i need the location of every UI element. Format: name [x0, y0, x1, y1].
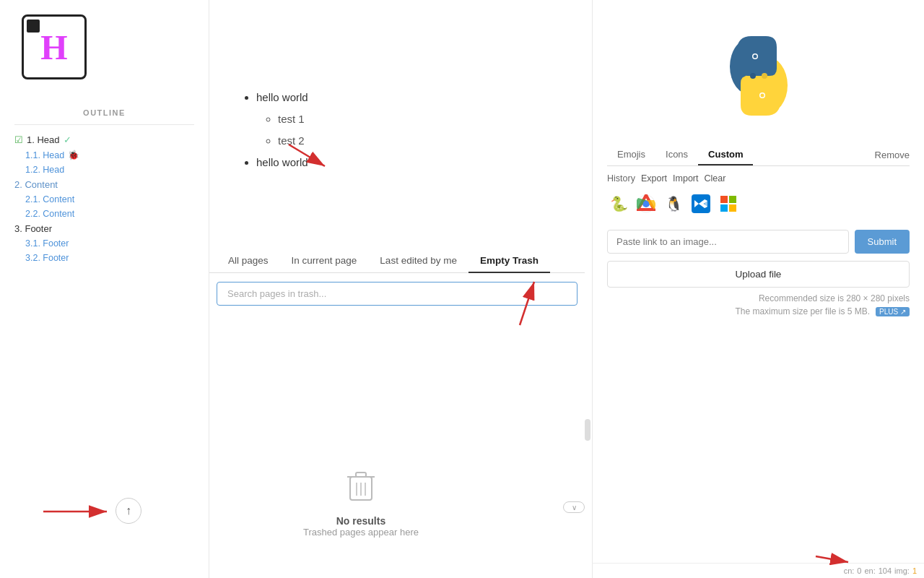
windows-icon[interactable] — [717, 192, 740, 215]
page-tabs-area: All pages In current page Last edited by… — [209, 249, 585, 314]
sidebar-item-label: 3.1. Footer — [25, 238, 69, 249]
sidebar-item-3-2-footer[interactable]: 3.2. Footer — [0, 251, 209, 265]
svg-point-13 — [762, 73, 767, 79]
bottom-bar: cn: 0 en: 104 img: 1 — [592, 563, 924, 578]
sidebar-item-3-footer[interactable]: 3. Footer — [0, 221, 209, 236]
image-link-input[interactable] — [607, 230, 849, 254]
sidebar-item-2-1-content[interactable]: 2.1. Content — [0, 192, 209, 207]
tab-icons[interactable]: Icons — [655, 144, 698, 165]
svg-point-12 — [750, 73, 756, 79]
svg-point-16 — [643, 201, 649, 207]
list-item-text: hello world — [256, 91, 308, 103]
max-size-row: The maximum size per file is 5 MB. PLUS … — [607, 306, 910, 316]
sidebar-item-1-2-head[interactable]: 1.2. Head — [0, 163, 209, 177]
scrollbar[interactable] — [585, 419, 590, 441]
sidebar-item-1-1-head[interactable]: 1.1. Head 🐞 — [0, 147, 209, 163]
vscode-icon[interactable] — [689, 192, 712, 215]
sidebar-item-label: 1.2. Head — [25, 165, 64, 175]
list-item: hello world — [256, 152, 556, 173]
chrome-icon[interactable] — [635, 192, 658, 215]
checkmark-icon: ✓ — [64, 134, 71, 145]
tab-last-edited[interactable]: Last edited by me — [368, 249, 468, 273]
tabs-row: All pages In current page Last edited by… — [209, 249, 585, 273]
sidebar-item-label: 2.2. Content — [25, 209, 74, 219]
max-size-text: The maximum size per file is 5 MB. — [735, 306, 870, 316]
list-item: test 2 — [278, 130, 556, 152]
check-icon: ☑ — [14, 134, 23, 145]
bug-emoji: 🐞 — [68, 150, 79, 160]
python-logo-area — [607, 14, 910, 144]
python-logo-icon — [712, 29, 806, 123]
no-results-title: No results — [303, 515, 419, 527]
svg-point-11 — [760, 94, 764, 98]
recommended-size-text: Recommended size is 280 × 280 pixels — [607, 293, 910, 303]
en-value: 104 — [879, 566, 892, 575]
tab-empty-trash[interactable]: Empty Trash — [468, 249, 550, 273]
bullet-list: hello world test 1 test 2 hello world — [238, 87, 556, 173]
chevron-down-icon[interactable]: ∨ — [563, 501, 585, 513]
scroll-up-icon: ↑ — [126, 504, 131, 517]
list-item-text: hello world — [256, 156, 308, 168]
list-item: test 1 — [278, 108, 556, 130]
svg-rect-2 — [356, 473, 366, 477]
export-action[interactable]: Export — [641, 173, 667, 184]
history-row: History Export Import Clear — [607, 173, 910, 184]
tab-custom[interactable]: Custom — [698, 144, 753, 165]
cn-value: 0 — [857, 566, 861, 575]
sidebar: OUTLINE ☑ 1. Head ✓ 1.1. Head 🐞 1.2. Hea… — [0, 0, 209, 578]
image-upload-section: Submit Upload file Recommended size is 2… — [607, 230, 910, 316]
svg-point-9 — [753, 55, 757, 59]
img-value: 1 — [912, 566, 917, 575]
tab-emojis[interactable]: Emojis — [607, 144, 655, 165]
import-action[interactable]: Import — [673, 173, 698, 184]
svg-rect-20 — [720, 204, 728, 212]
linux-icon[interactable]: 🐧 — [662, 192, 685, 215]
sidebar-item-label: 1. Head — [27, 134, 60, 145]
submit-button[interactable]: Submit — [855, 230, 910, 254]
sidebar-item-label: 2. Content — [14, 179, 58, 190]
svg-rect-19 — [729, 196, 736, 203]
no-results-subtitle: Trashed pages appear here — [303, 527, 419, 538]
sidebar-item-1-head[interactable]: ☑ 1. Head ✓ — [0, 132, 209, 147]
svg-rect-18 — [720, 196, 728, 203]
sidebar-item-label: 2.1. Content — [25, 194, 74, 204]
scroll-up-button[interactable]: ↑ — [116, 498, 141, 524]
list-item-text: test 1 — [278, 113, 305, 125]
cn-label: cn: — [844, 566, 855, 575]
list-item-text: test 2 — [278, 134, 305, 147]
sidebar-item-label: 1.1. Head — [25, 150, 64, 160]
list-item: hello world test 1 test 2 — [256, 87, 556, 152]
right-panel: Emojis Icons Custom Remove History Expor… — [592, 0, 924, 578]
outline-title: OUTLINE — [14, 108, 194, 125]
upload-file-button[interactable]: Upload file — [607, 261, 910, 288]
icons-row: 🐍 🐧 — [607, 192, 910, 215]
clear-action[interactable]: Clear — [704, 173, 725, 184]
tab-all-pages[interactable]: All pages — [217, 249, 280, 273]
remove-button[interactable]: Remove — [875, 150, 910, 160]
empty-state: No results Trashed pages appear here — [303, 470, 419, 538]
en-label: en: — [864, 566, 875, 575]
sidebar-item-label: 3.2. Footer — [25, 253, 69, 263]
sidebar-item-2-2-content[interactable]: 2.2. Content — [0, 207, 209, 221]
trash-icon — [303, 470, 419, 508]
sidebar-item-label: 3. Footer — [14, 223, 52, 234]
svg-rect-21 — [729, 204, 736, 212]
image-link-row: Submit — [607, 230, 910, 254]
python-icon[interactable]: 🐍 — [607, 192, 630, 215]
history-label: History — [607, 173, 635, 184]
sidebar-item-3-1-footer[interactable]: 3.1. Footer — [0, 236, 209, 251]
tab-in-current-page[interactable]: In current page — [280, 249, 369, 273]
plus-badge[interactable]: PLUS ↗ — [876, 307, 910, 316]
search-area — [209, 273, 585, 314]
sidebar-item-2-content[interactable]: 2. Content — [0, 177, 209, 192]
img-label: img: — [894, 566, 910, 575]
search-input[interactable] — [217, 282, 578, 306]
emoji-panel-tabs: Emojis Icons Custom Remove — [607, 144, 910, 166]
